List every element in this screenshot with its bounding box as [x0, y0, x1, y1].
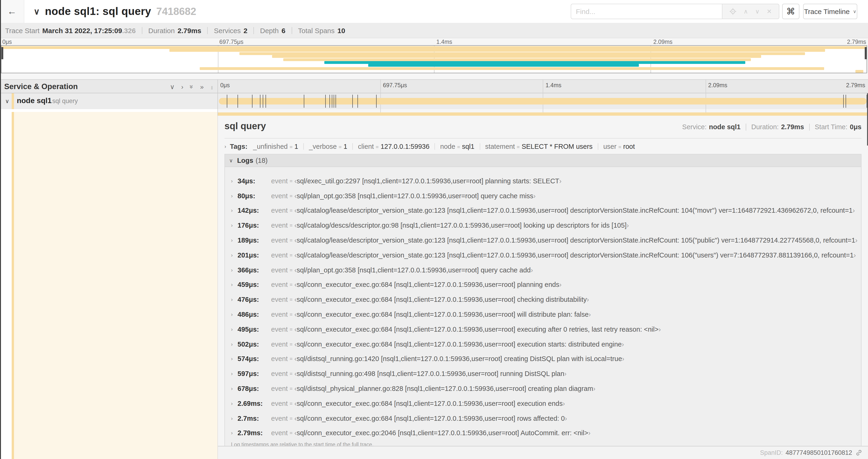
log-chevron-right-icon[interactable]: › [231, 178, 238, 184]
back-button[interactable]: ← [0, 0, 24, 23]
log-timestamp: 486μs: [238, 311, 271, 318]
minimap-canvas[interactable] [1, 45, 867, 73]
timeline-column-header: Service & Operation ∨ › » » ‖ [0, 79, 868, 93]
log-entry-row[interactable]: ›459μs:event=‹sql/conn_executor_exec.go:… [225, 277, 861, 292]
keyboard-shortcuts-button[interactable]: ⌘ [782, 4, 799, 19]
left-column-color-strip [12, 112, 14, 459]
viewport-scrubber-left[interactable] [1, 47, 3, 59]
tags-label: Tags: [230, 143, 247, 150]
log-chevron-right-icon[interactable]: › [231, 297, 238, 302]
log-chevron-right-icon[interactable]: › [231, 401, 238, 406]
log-chevron-right-icon[interactable]: › [231, 327, 238, 332]
tag-equals: = [457, 144, 460, 150]
log-entry-row[interactable]: ›678μs:event=‹sql/distsql_physical_plann… [225, 381, 861, 396]
log-chevron-right-icon[interactable]: › [231, 208, 238, 214]
span-duration-bar[interactable] [219, 98, 867, 104]
log-chevron-right-icon[interactable]: › [231, 282, 238, 288]
log-entry-row[interactable]: ›486μs:event=‹sql/conn_executor_exec.go:… [225, 307, 861, 322]
log-entry-row[interactable]: ›476μs:event=‹sql/conn_executor_exec.go:… [225, 292, 861, 307]
tag-item: _unfinished=1 [253, 143, 298, 150]
tag-equals: = [289, 144, 292, 150]
log-timestamp: 176μs: [238, 222, 271, 229]
log-chevron-right-icon[interactable]: › [231, 386, 238, 391]
minimap-span [324, 61, 745, 64]
log-chevron-right-icon[interactable]: › [231, 430, 238, 436]
log-entry-row[interactable]: ›189μs:event=‹sql/catalog/lease/descript… [225, 233, 861, 248]
log-event-tick [334, 95, 334, 108]
scrollbar-thumb[interactable] [867, 93, 868, 145]
expand-one-icon[interactable]: › [181, 83, 183, 91]
find-controls: ∧ ∨ ✕ [722, 4, 779, 19]
log-entry-row[interactable]: ›574μs:event=‹sql/distsql_running.go:142… [225, 352, 861, 366]
row-chevron-down-icon[interactable]: ∨ [5, 98, 9, 104]
find-next-icon[interactable]: ∨ [755, 8, 760, 15]
log-field-key: event [271, 296, 288, 303]
log-event-tick [332, 95, 332, 108]
meta-divider [142, 27, 142, 34]
log-timestamp: 495μs: [238, 326, 271, 333]
log-chevron-right-icon[interactable]: › [231, 193, 238, 198]
span-detail-accent-bar [217, 112, 868, 116]
deep-link-icon[interactable] [856, 449, 862, 456]
log-chevron-right-icon[interactable]: › [231, 341, 238, 347]
viewport-scrubber-right[interactable] [865, 47, 867, 59]
row-service-name: node sql1 [17, 97, 52, 105]
log-entry-row[interactable]: ›34μs:event=‹sql/exec_util.go:2297 [nsql… [225, 173, 861, 189]
meta-divider [208, 27, 208, 34]
find-input[interactable] [571, 4, 722, 19]
span-bar-row[interactable] [217, 93, 868, 109]
log-field-value: sql/distsql_physical_planner.go:828 [nsq… [297, 385, 593, 392]
log-field-key: event [271, 222, 288, 229]
log-equals: = [289, 401, 292, 406]
tag-equals: = [517, 144, 520, 150]
log-event-tick [352, 95, 352, 108]
log-chevron-right-icon[interactable]: › [231, 312, 238, 317]
logs-chevron-down-icon[interactable]: ∨ [229, 157, 233, 163]
log-entry-row[interactable]: ›201μs:event=‹sql/catalog/lease/descript… [225, 248, 861, 263]
log-timestamp: 142μs: [238, 207, 271, 214]
log-close-quote: › [531, 266, 533, 273]
collapse-one-icon[interactable]: ∨ [170, 83, 175, 91]
column-resizer-grip[interactable]: ‖ [211, 85, 213, 91]
log-equals: = [289, 341, 292, 347]
log-chevron-right-icon[interactable]: › [231, 223, 238, 228]
log-chevron-right-icon[interactable]: › [231, 237, 238, 243]
find-prev-icon[interactable]: ∧ [744, 8, 748, 15]
tags-chevron-right-icon[interactable]: › [224, 144, 226, 149]
log-chevron-right-icon[interactable]: › [231, 356, 238, 362]
log-entry-row[interactable]: ›142μs:event=‹sql/catalog/lease/descript… [225, 203, 861, 218]
log-entry-row[interactable]: ›80μs:event=‹sql/plan_opt.go:358 [nsql1,… [225, 189, 861, 203]
log-entry-row[interactable]: ›2.79ms:event=‹sql/conn_executor_exec.go… [225, 426, 861, 440]
log-entry-row[interactable]: ›366μs:event=‹sql/plan_opt.go:358 [nsql1… [225, 263, 861, 277]
meta-value-suffix: .326 [122, 26, 135, 34]
log-chevron-right-icon[interactable]: › [231, 252, 238, 258]
log-timestamp: 189μs: [238, 236, 271, 244]
minimap-span [856, 70, 863, 73]
collapse-all-icon[interactable]: » [188, 85, 195, 89]
title-chevron-down-icon[interactable]: ∨ [34, 6, 40, 17]
log-entry-row[interactable]: ›495μs:event=‹sql/conn_executor_exec.go:… [225, 322, 861, 337]
log-open-quote: ‹ [294, 340, 297, 348]
log-entry-row[interactable]: ›2.69ms:event=‹sql/conn_executor_exec.go… [225, 396, 861, 411]
log-entry-row[interactable]: ›597μs:event=‹sql/distsql_running.go:498… [225, 366, 861, 381]
view-selector-button[interactable]: Trace Timeline ∨ [803, 4, 857, 19]
locate-icon[interactable] [730, 8, 736, 15]
log-chevron-right-icon[interactable]: › [231, 415, 238, 421]
log-field-value: sql/distsql_running.go:1420 [nsql1,clien… [297, 355, 622, 363]
trace-id: 7418682 [156, 5, 196, 18]
log-close-quote: › [854, 252, 856, 259]
log-chevron-right-icon[interactable]: › [231, 371, 238, 377]
log-field-key: event [271, 192, 288, 199]
log-entry-row[interactable]: ›2.7ms:event=‹sql/conn_executor_exec.go:… [225, 411, 861, 426]
log-equals: = [289, 237, 292, 243]
find-clear-icon[interactable]: ✕ [767, 8, 772, 15]
log-entry-row[interactable]: ›502μs:event=‹sql/conn_executor_exec.go:… [225, 337, 861, 352]
tags-row[interactable]: › Tags: _unfinished=1_verbose=1client=12… [224, 141, 635, 152]
meta-label: Services [214, 26, 241, 34]
log-chevron-right-icon[interactable]: › [231, 267, 238, 273]
log-field-key: event [271, 311, 288, 318]
logs-header[interactable]: ∨ Logs (18) [225, 154, 861, 167]
log-entry-row[interactable]: ›176μs:event=‹sql/catalog/descs/descript… [225, 218, 861, 233]
minimap-span [368, 64, 639, 67]
expand-all-icon[interactable]: » [200, 83, 204, 91]
